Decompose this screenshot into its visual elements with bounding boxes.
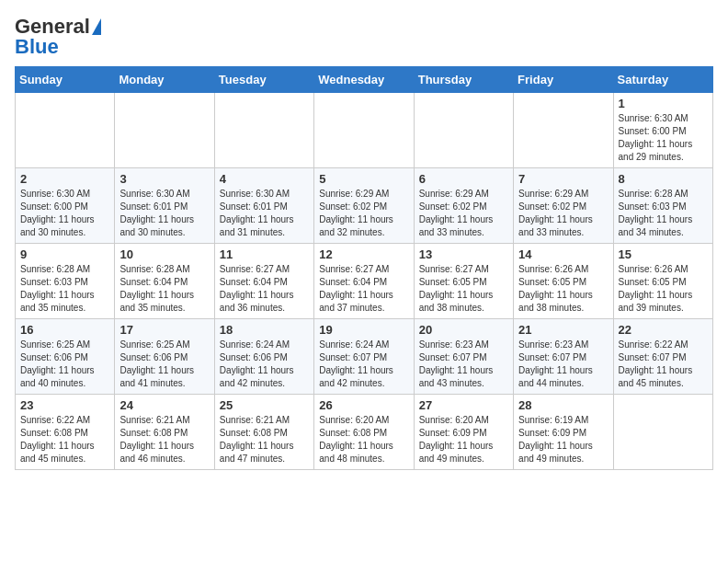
day-cell: 18Sunrise: 6:24 AM Sunset: 6:06 PM Dayli… — [214, 319, 313, 395]
day-number: 22 — [619, 323, 708, 337]
week-row-4: 16Sunrise: 6:25 AM Sunset: 6:06 PM Dayli… — [16, 319, 713, 395]
day-number: 28 — [518, 398, 608, 412]
day-info: Sunrise: 6:25 AM Sunset: 6:06 PM Dayligh… — [20, 339, 109, 390]
day-number: 16 — [20, 323, 109, 337]
day-cell: 28Sunrise: 6:19 AM Sunset: 6:09 PM Dayli… — [514, 395, 613, 470]
day-info: Sunrise: 6:26 AM Sunset: 6:05 PM Dayligh… — [518, 263, 608, 315]
week-row-5: 23Sunrise: 6:22 AM Sunset: 6:08 PM Dayli… — [16, 395, 713, 470]
day-cell: 21Sunrise: 6:23 AM Sunset: 6:07 PM Dayli… — [514, 319, 613, 395]
day-cell: 11Sunrise: 6:27 AM Sunset: 6:04 PM Dayli… — [214, 244, 313, 319]
day-info: Sunrise: 6:29 AM Sunset: 6:02 PM Dayligh… — [319, 188, 408, 239]
day-info: Sunrise: 6:30 AM Sunset: 6:01 PM Dayligh… — [220, 188, 309, 239]
day-number: 2 — [20, 172, 109, 186]
weekday-thursday: Thursday — [414, 67, 513, 93]
day-cell: 17Sunrise: 6:25 AM Sunset: 6:06 PM Dayli… — [115, 319, 214, 395]
calendar-body: 1Sunrise: 6:30 AM Sunset: 6:00 PM Daylig… — [16, 93, 713, 470]
weekday-saturday: Saturday — [613, 67, 712, 93]
day-cell: 6Sunrise: 6:29 AM Sunset: 6:02 PM Daylig… — [414, 168, 513, 244]
day-number: 9 — [20, 247, 109, 261]
day-cell: 16Sunrise: 6:25 AM Sunset: 6:06 PM Dayli… — [16, 319, 115, 395]
day-info: Sunrise: 6:29 AM Sunset: 6:02 PM Dayligh… — [419, 188, 508, 239]
day-cell: 4Sunrise: 6:30 AM Sunset: 6:01 PM Daylig… — [214, 168, 313, 244]
day-info: Sunrise: 6:24 AM Sunset: 6:06 PM Dayligh… — [220, 339, 309, 390]
day-cell — [514, 93, 613, 168]
day-cell — [613, 395, 712, 470]
day-number: 8 — [619, 172, 708, 186]
day-number: 7 — [518, 172, 608, 186]
day-info: Sunrise: 6:19 AM Sunset: 6:09 PM Dayligh… — [518, 414, 608, 465]
logo-triangle-icon — [92, 18, 101, 35]
day-number: 10 — [119, 247, 209, 261]
day-cell: 20Sunrise: 6:23 AM Sunset: 6:07 PM Dayli… — [414, 319, 513, 395]
day-cell: 26Sunrise: 6:20 AM Sunset: 6:08 PM Dayli… — [314, 395, 414, 470]
day-cell — [214, 93, 313, 168]
week-row-1: 1Sunrise: 6:30 AM Sunset: 6:00 PM Daylig… — [16, 93, 713, 168]
day-info: Sunrise: 6:25 AM Sunset: 6:06 PM Dayligh… — [119, 339, 209, 390]
day-cell: 25Sunrise: 6:21 AM Sunset: 6:08 PM Dayli… — [214, 395, 313, 470]
logo-blue-text: Blue — [15, 35, 59, 59]
day-info: Sunrise: 6:27 AM Sunset: 6:04 PM Dayligh… — [220, 263, 309, 315]
day-cell: 5Sunrise: 6:29 AM Sunset: 6:02 PM Daylig… — [314, 168, 414, 244]
day-number: 13 — [419, 247, 508, 261]
day-number: 3 — [119, 172, 209, 186]
day-info: Sunrise: 6:28 AM Sunset: 6:03 PM Dayligh… — [619, 188, 708, 239]
day-number: 4 — [220, 172, 309, 186]
day-number: 5 — [319, 172, 408, 186]
day-info: Sunrise: 6:26 AM Sunset: 6:05 PM Dayligh… — [619, 263, 708, 315]
logo: General Blue — [15, 15, 101, 59]
day-info: Sunrise: 6:21 AM Sunset: 6:08 PM Dayligh… — [119, 414, 209, 465]
day-info: Sunrise: 6:23 AM Sunset: 6:07 PM Dayligh… — [518, 339, 608, 390]
day-cell: 14Sunrise: 6:26 AM Sunset: 6:05 PM Dayli… — [514, 244, 613, 319]
weekday-friday: Friday — [514, 67, 613, 93]
day-cell: 7Sunrise: 6:29 AM Sunset: 6:02 PM Daylig… — [514, 168, 613, 244]
day-cell — [115, 93, 214, 168]
weekday-sunday: Sunday — [16, 67, 115, 93]
weekday-tuesday: Tuesday — [214, 67, 313, 93]
day-cell — [414, 93, 513, 168]
day-cell: 13Sunrise: 6:27 AM Sunset: 6:05 PM Dayli… — [414, 244, 513, 319]
day-cell: 3Sunrise: 6:30 AM Sunset: 6:01 PM Daylig… — [115, 168, 214, 244]
day-number: 21 — [518, 323, 608, 337]
day-number: 18 — [220, 323, 309, 337]
day-info: Sunrise: 6:23 AM Sunset: 6:07 PM Dayligh… — [419, 339, 508, 390]
day-cell — [16, 93, 115, 168]
day-info: Sunrise: 6:22 AM Sunset: 6:07 PM Dayligh… — [619, 339, 708, 390]
day-number: 17 — [119, 323, 209, 337]
day-number: 6 — [419, 172, 508, 186]
day-info: Sunrise: 6:28 AM Sunset: 6:03 PM Dayligh… — [20, 263, 109, 315]
day-number: 1 — [619, 97, 708, 110]
day-info: Sunrise: 6:27 AM Sunset: 6:04 PM Dayligh… — [319, 263, 408, 315]
day-number: 19 — [319, 323, 408, 337]
day-cell: 9Sunrise: 6:28 AM Sunset: 6:03 PM Daylig… — [16, 244, 115, 319]
day-cell: 22Sunrise: 6:22 AM Sunset: 6:07 PM Dayli… — [613, 319, 712, 395]
day-info: Sunrise: 6:30 AM Sunset: 6:01 PM Dayligh… — [119, 188, 209, 239]
day-number: 12 — [319, 247, 408, 261]
week-row-3: 9Sunrise: 6:28 AM Sunset: 6:03 PM Daylig… — [16, 244, 713, 319]
day-cell: 10Sunrise: 6:28 AM Sunset: 6:04 PM Dayli… — [115, 244, 214, 319]
day-cell: 23Sunrise: 6:22 AM Sunset: 6:08 PM Dayli… — [16, 395, 115, 470]
day-info: Sunrise: 6:30 AM Sunset: 6:00 PM Dayligh… — [619, 112, 708, 164]
day-info: Sunrise: 6:20 AM Sunset: 6:09 PM Dayligh… — [419, 414, 508, 465]
day-info: Sunrise: 6:30 AM Sunset: 6:00 PM Dayligh… — [20, 188, 109, 239]
day-cell: 24Sunrise: 6:21 AM Sunset: 6:08 PM Dayli… — [115, 395, 214, 470]
day-info: Sunrise: 6:24 AM Sunset: 6:07 PM Dayligh… — [319, 339, 408, 390]
day-number: 11 — [220, 247, 309, 261]
day-number: 27 — [419, 398, 508, 412]
week-row-2: 2Sunrise: 6:30 AM Sunset: 6:00 PM Daylig… — [16, 168, 713, 244]
weekday-wednesday: Wednesday — [314, 67, 414, 93]
calendar-table: SundayMondayTuesdayWednesdayThursdayFrid… — [15, 66, 713, 470]
day-info: Sunrise: 6:20 AM Sunset: 6:08 PM Dayligh… — [319, 414, 408, 465]
day-number: 15 — [619, 247, 708, 261]
day-cell: 12Sunrise: 6:27 AM Sunset: 6:04 PM Dayli… — [314, 244, 414, 319]
day-number: 14 — [518, 247, 608, 261]
day-cell: 8Sunrise: 6:28 AM Sunset: 6:03 PM Daylig… — [613, 168, 712, 244]
day-info: Sunrise: 6:21 AM Sunset: 6:08 PM Dayligh… — [220, 414, 309, 465]
day-info: Sunrise: 6:22 AM Sunset: 6:08 PM Dayligh… — [20, 414, 109, 465]
day-cell: 1Sunrise: 6:30 AM Sunset: 6:00 PM Daylig… — [613, 93, 712, 168]
day-cell: 27Sunrise: 6:20 AM Sunset: 6:09 PM Dayli… — [414, 395, 513, 470]
weekday-header-row: SundayMondayTuesdayWednesdayThursdayFrid… — [16, 67, 713, 93]
day-info: Sunrise: 6:28 AM Sunset: 6:04 PM Dayligh… — [119, 263, 209, 315]
day-number: 26 — [319, 398, 408, 412]
day-cell — [314, 93, 414, 168]
day-number: 23 — [20, 398, 109, 412]
